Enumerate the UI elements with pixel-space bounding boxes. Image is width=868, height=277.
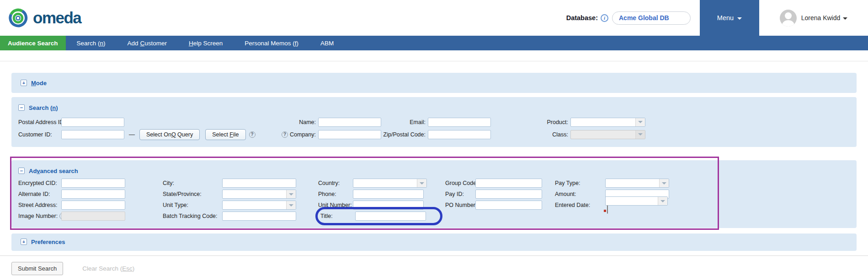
postal-address-id-label: Postal Address ID: [18, 119, 61, 125]
nav-tab-personal-memos[interactable]: Personal Memos (f) [234, 36, 309, 50]
select-file-button[interactable]: Select File [205, 129, 245, 140]
collapse-icon[interactable]: − [18, 168, 25, 174]
section-header-search[interactable]: − Search (n) [18, 103, 850, 113]
phone-input[interactable] [353, 190, 424, 199]
submit-search-button[interactable]: Submit Search [11, 262, 63, 275]
section-title-preferences[interactable]: Preferences [31, 239, 65, 245]
amount-label: Amount: [555, 191, 605, 197]
dropdown-arrow-icon[interactable] [635, 118, 645, 126]
email-input[interactable] [428, 118, 491, 127]
name-input[interactable] [318, 118, 381, 127]
city-label: City: [163, 180, 222, 186]
user-name: Lorena Kwidd [801, 14, 848, 22]
product-label: Product: [491, 119, 570, 125]
state-province-label: State/Province: [163, 191, 222, 197]
menu-button[interactable]: Menu [700, 0, 759, 36]
nav-tab-search[interactable]: Search (n) [66, 36, 117, 50]
title-input[interactable] [355, 212, 426, 221]
section-header-advanced[interactable]: − Advanced search [18, 166, 850, 176]
user-name-text: Lorena Kwidd [801, 14, 841, 22]
section-title-advanced[interactable]: Advanced search [29, 168, 78, 174]
dropdown-arrow-icon [635, 130, 645, 139]
expand-icon[interactable]: + [21, 80, 27, 86]
chevron-down-icon [843, 17, 847, 20]
po-number-input[interactable] [475, 201, 542, 210]
batch-tracking-code-input[interactable] [222, 212, 296, 221]
section-title-search[interactable]: Search (n) [29, 104, 58, 111]
street-address-label: Street Address: [18, 202, 61, 208]
zip-postal-code-label: Zip/Postal Code: [382, 131, 428, 138]
encrypted-cid-label: Encrypted CID: [18, 180, 61, 186]
nav-tab-add-customer[interactable]: Add Customer [117, 36, 178, 50]
image-number-label-wrap: Image Number: ? [18, 213, 61, 219]
class-label: Class: [491, 131, 570, 138]
entered-date-select[interactable] [605, 196, 668, 206]
pay-type-label: Pay Type: [555, 180, 605, 186]
entered-date-label: Entered Date: [555, 202, 605, 208]
help-icon[interactable]: ? [282, 131, 288, 138]
class-select [570, 130, 645, 139]
dropdown-arrow-icon[interactable] [286, 201, 296, 209]
dropdown-arrow-icon[interactable] [659, 179, 669, 187]
nav-label: Personal Memos (f) [245, 40, 298, 47]
pay-id-label: Pay ID: [445, 191, 475, 197]
nav-tab-help-screen[interactable]: Help Screen [178, 36, 234, 50]
group-code-label: Group Code: [445, 180, 475, 186]
user-menu[interactable]: Lorena Kwidd [759, 10, 868, 27]
section-title-mode[interactable]: Mode [31, 80, 47, 87]
section-preferences[interactable]: + Preferences [11, 234, 857, 251]
nav-label: Audience Search [8, 40, 58, 47]
advanced-row-2: Alternate ID: State/Province: Phone: Pay… [18, 189, 850, 200]
header-right: Database: i Menu Lorena Kwidd [566, 0, 868, 36]
pay-type-select[interactable] [605, 179, 669, 188]
collapse-icon[interactable]: − [18, 104, 25, 111]
unit-type-select[interactable] [222, 201, 296, 210]
logo-wordmark: omeda [33, 9, 81, 27]
group-code-input[interactable] [475, 179, 542, 188]
image-number-input [61, 212, 125, 221]
customer-id-input[interactable] [61, 130, 124, 139]
country-select[interactable] [353, 179, 427, 188]
product-select[interactable] [570, 118, 645, 127]
info-icon[interactable]: i [601, 14, 608, 22]
encrypted-cid-input[interactable] [61, 179, 125, 188]
postal-address-id-input[interactable] [61, 118, 124, 127]
advanced-search-wrap: − Advanced search Encrypted CID: City: C… [11, 160, 857, 228]
alternate-id-label: Alternate ID: [18, 191, 61, 197]
alternate-id-input[interactable] [61, 190, 125, 199]
expand-icon[interactable]: + [21, 239, 27, 245]
clear-search-link[interactable]: Clear Search (Esc) [82, 265, 134, 272]
omeda-logo-icon [7, 7, 29, 29]
chevron-down-icon [737, 17, 742, 20]
nav-tab-abm[interactable]: ABM [309, 36, 345, 50]
dropdown-arrow-icon[interactable] [417, 179, 426, 187]
main-navbar: Audience Search Search (n) Add Customer … [0, 36, 868, 50]
company-label: Company: [290, 131, 316, 138]
name-label: Name: [244, 119, 318, 125]
nav-label: Search (n) [77, 40, 106, 47]
dropdown-arrow-icon[interactable] [286, 190, 296, 198]
content-divider [0, 61, 868, 61]
omeda-logo[interactable]: omeda [0, 0, 81, 36]
unit-type-label: Unit Type: [163, 202, 222, 208]
company-input[interactable] [318, 130, 381, 139]
database-label: Database: [566, 14, 598, 22]
nav-label: ABM [320, 40, 334, 47]
nav-label: Add Customer [128, 40, 167, 47]
street-address-input[interactable] [61, 201, 125, 210]
customer-id-label: Customer ID: [18, 131, 61, 138]
batch-tracking-code-label: Batch Tracking Code: [163, 213, 222, 219]
pay-id-input[interactable] [475, 190, 542, 199]
email-label: Email: [382, 119, 428, 125]
section-mode[interactable]: + Mode [11, 73, 857, 93]
dropdown-arrow-icon[interactable] [658, 197, 667, 205]
calendar-icon[interactable] [607, 205, 608, 214]
select-onq-query-button[interactable]: Select OnQ Query [139, 129, 200, 140]
nav-tab-audience-search[interactable]: Audience Search [0, 36, 66, 50]
state-province-select[interactable] [222, 190, 296, 199]
advanced-row-1: Encrypted CID: City: Country: Group Code… [18, 178, 850, 189]
footer-divider [0, 255, 868, 256]
database-input[interactable] [612, 11, 691, 25]
city-input[interactable] [222, 179, 296, 188]
zip-postal-code-input[interactable] [428, 130, 491, 139]
